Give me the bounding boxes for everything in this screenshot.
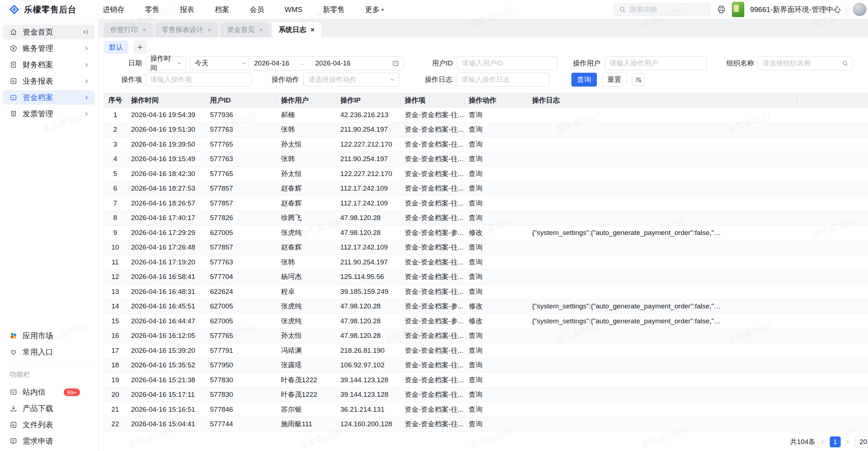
search-icon — [619, 6, 626, 13]
user-id-field[interactable] — [457, 56, 558, 70]
table-row[interactable]: 17 2026-04-16 15:39:20 577791 冯靖渊 218.26… — [104, 343, 868, 358]
close-icon[interactable]: × — [208, 26, 212, 34]
table-row[interactable]: 13 2026-04-16 16:48:31 622624 程卓 39.185.… — [104, 284, 868, 299]
sidebar-item-应用市场[interactable]: 应用市场 — [3, 328, 95, 343]
table-row[interactable]: 7 2026-04-16 18:26:57 577857 赵春辉 112.17.… — [104, 196, 868, 211]
date-from-value[interactable]: 2026-04-16 — [254, 59, 289, 67]
tab-资金首页[interactable]: 资金首页 × — [221, 22, 270, 37]
column-header-操作日志[interactable]: 操作日志 — [528, 96, 797, 105]
table-row[interactable]: 11 2026-04-16 17:19:20 577763 张韩 211.90.… — [104, 255, 868, 270]
op-item-input[interactable] — [150, 76, 247, 84]
column-header-用户ID[interactable]: 用户ID — [206, 96, 277, 105]
table-row[interactable]: 16 2026-04-16 16:12:05 577765 孙太恒 47.98.… — [104, 329, 868, 344]
user-avatar[interactable] — [853, 3, 867, 16]
prev-page-icon[interactable]: ‹ — [820, 437, 825, 447]
sidebar-item-业务报表[interactable]: 业务报表 — [3, 74, 95, 88]
sidebar-item-产品下载[interactable]: 产品下载 — [3, 401, 95, 416]
table-row[interactable]: 8 2026-04-16 17:40:17 577826 徐腾飞 47.98.1… — [104, 211, 868, 226]
sidebar-item-常用入口[interactable]: 常用入口 — [3, 345, 95, 359]
op-action-select[interactable]: 请选择操作动作 — [304, 73, 399, 87]
cell-op-user: 郝楠 — [277, 110, 336, 120]
top-nav-item-档案[interactable]: 档案 — [215, 5, 229, 15]
brand-logo-icon — [9, 4, 20, 15]
column-header-操作动作[interactable]: 操作动作 — [464, 96, 528, 105]
table-row[interactable]: 22 2026-04-16 15:04:41 577744 施雨艇111 124… — [104, 417, 868, 432]
calendar-icon[interactable] — [392, 60, 399, 67]
close-icon[interactable]: × — [142, 26, 146, 34]
column-header-操作时间[interactable]: 操作时间 — [127, 96, 206, 105]
table-row[interactable]: 1 2026-04-16 19:54:39 577936 郝楠 42.236.2… — [104, 108, 868, 123]
filter-settings-button[interactable] — [632, 73, 645, 86]
op-log-input[interactable] — [461, 76, 545, 84]
sidebar-item-资金档案[interactable]: 资金档案 — [3, 90, 95, 105]
cell-op-action: 查询 — [464, 199, 528, 208]
collapse-sidebar-icon[interactable] — [82, 28, 90, 36]
add-preset-button[interactable]: + — [134, 41, 147, 54]
cell-op-item: 资金-资金档案-往... — [400, 346, 464, 355]
cell-op-item: 资金-资金档案-参... — [400, 228, 464, 238]
op-item-field[interactable] — [146, 73, 252, 87]
log-table: 序号操作时间用户ID操作用户操作IP操作项操作动作操作日志 1 2026-04-… — [104, 93, 868, 432]
top-nav-item-WMS[interactable]: WMS — [285, 5, 302, 14]
table-row[interactable]: 10 2026-04-16 17:26:48 577857 赵春辉 112.17… — [104, 240, 868, 255]
org-input[interactable] — [762, 59, 842, 67]
top-nav-item-进销存[interactable]: 进销存 — [103, 5, 124, 15]
date-field-select[interactable]: 操作时间 — [146, 56, 186, 70]
column-header-序号[interactable]: 序号 — [104, 96, 127, 105]
table-row[interactable]: 3 2026-04-16 19:39:50 577765 孙太恒 122.227… — [104, 137, 868, 152]
tab-系统日志[interactable]: 系统日志 × — [272, 22, 321, 37]
sidebar-item-文件列表[interactable]: 文件列表 — [3, 418, 95, 432]
sidebar-item-站内信[interactable]: 站内信 99+ — [3, 385, 95, 399]
search-input[interactable] — [630, 5, 699, 13]
op-log-field[interactable] — [457, 73, 550, 87]
tab-零售报表设计[interactable]: 零售报表设计 × — [155, 22, 218, 37]
table-row[interactable]: 12 2026-04-16 16:58:41 577704 杨珂杰 125.11… — [104, 270, 868, 285]
column-header-操作用户[interactable]: 操作用户 — [277, 96, 336, 105]
sidebar-item-需求申请[interactable]: 需求申请 — [3, 434, 95, 448]
printer-icon[interactable] — [717, 5, 726, 14]
column-header-操作项[interactable]: 操作项 — [400, 96, 464, 105]
table-row[interactable]: 5 2026-04-16 18:42:30 577765 孙太恒 122.227… — [104, 167, 868, 181]
user-id-input[interactable] — [462, 59, 553, 67]
table-row[interactable]: 4 2026-04-16 19:15:49 577763 张韩 211.90.2… — [104, 152, 868, 167]
sidebar-item-账务管理[interactable]: 账务管理 — [3, 41, 95, 56]
sidebar-item-财务档案[interactable]: 财务档案 — [3, 57, 95, 72]
top-nav-item-零售[interactable]: 零售 — [145, 5, 159, 15]
brand[interactable]: 乐檬零售后台 — [0, 4, 98, 15]
table-row[interactable]: 2 2026-04-16 19:51:30 577763 张韩 211.90.2… — [104, 123, 868, 137]
global-search[interactable] — [613, 3, 711, 16]
table-row[interactable]: 18 2026-04-16 15:35:52 577950 张露瑶 106.92… — [104, 358, 868, 373]
chart-icon — [9, 77, 17, 85]
page-size-select[interactable]: 20条/页 — [855, 436, 868, 448]
op-user-input[interactable] — [610, 59, 702, 67]
close-icon[interactable]: × — [311, 26, 315, 34]
reset-button[interactable]: 重置 — [602, 73, 627, 87]
top-nav-item-更多[interactable]: 更多 ▾ — [365, 5, 384, 15]
date-to-value[interactable]: 2026-04-16 — [315, 59, 350, 67]
table-row[interactable]: 20 2026-04-16 15:17:11 577830 叶春茂1222 39… — [104, 388, 868, 403]
top-nav-item-会员[interactable]: 会员 — [250, 5, 264, 15]
table-row[interactable]: 15 2026-04-16 16:44:47 627005 张虎纯 47.98.… — [104, 314, 868, 329]
tab-价签打印[interactable]: 价签打印 × — [104, 22, 153, 37]
op-user-field[interactable] — [605, 56, 707, 70]
top-nav-item-新零售[interactable]: 新零售 — [323, 5, 345, 15]
column-header-操作IP[interactable]: 操作IP — [336, 96, 400, 105]
table-row[interactable]: 19 2026-04-16 15:21:38 577830 叶春茂1222 39… — [104, 373, 868, 388]
account-name[interactable]: 99661-新界面环境-管理中心 — [750, 5, 841, 15]
sidebar-item-资金首页[interactable]: 资金首页 — [3, 25, 95, 39]
store-logo[interactable] — [732, 2, 744, 17]
table-row[interactable]: 14 2026-04-16 16:45:51 627005 张虎纯 47.98.… — [104, 299, 868, 314]
sidebar-item-发票管理[interactable]: 发票管理 — [3, 107, 95, 121]
cell-op-user: 徐腾飞 — [277, 213, 336, 223]
date-range-picker[interactable]: 今天 2026-04-16 → 2026-04-16 — [190, 56, 404, 70]
close-icon[interactable]: × — [259, 26, 263, 34]
table-row[interactable]: 6 2026-04-16 18:27:53 577857 赵春辉 112.17.… — [104, 181, 868, 196]
org-field[interactable] — [758, 56, 852, 70]
table-row[interactable]: 9 2026-04-16 17:29:29 627005 张虎纯 47.98.1… — [104, 226, 868, 240]
top-nav-item-报表[interactable]: 报表 — [180, 5, 194, 15]
next-page-icon[interactable]: › — [845, 437, 850, 447]
preset-default-button[interactable]: 默认 — [104, 41, 128, 54]
search-button[interactable]: 查询 — [571, 73, 597, 87]
table-row[interactable]: 21 2026-04-16 15:16:51 577846 苏尔银 36.21.… — [104, 402, 868, 417]
current-page-button[interactable]: 1 — [830, 436, 841, 447]
